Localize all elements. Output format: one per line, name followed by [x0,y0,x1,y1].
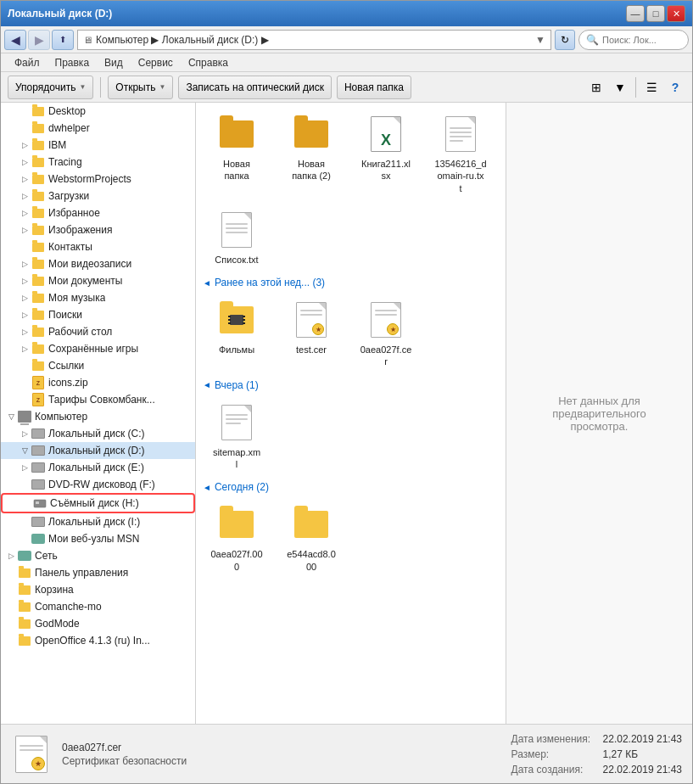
file-item-0aea027f[interactable]: 0aea027f.000 [203,500,271,577]
address-dropdown[interactable]: ▼ [535,34,545,46]
sidebar-item-video[interactable]: ▷ Мои видеозаписи [1,255,195,272]
file-label: Новаяпапка (2) [292,158,331,182]
sidebar-item-dwhelper[interactable]: dwhelper [1,120,195,137]
sidebar-item-saved-games[interactable]: ▷ Сохранённые игры [1,340,195,357]
burn-button[interactable]: Записать на оптический диск [178,76,332,99]
file-item-sitemap[interactable]: sitemap.xml [203,398,271,475]
sidebar-item-zagruzki[interactable]: ▷ Загрузки [1,188,195,204]
organize-label: Упорядочить [15,81,75,93]
sidebar-item-kontakty[interactable]: Контакты [1,238,195,255]
sidebar-item-links[interactable]: Ссылки [1,357,195,374]
sidebar-item-drive-i[interactable]: Локальный диск (I:) [1,513,195,530]
file-item-novaya-papka[interactable]: Новаяпапка [203,109,271,199]
expand-icon [4,634,18,647]
expand-icon: ▷ [18,308,31,322]
address-input[interactable]: 🖥 Компьютер ▶ Локальный диск (D:) ▶ ▼ [77,30,551,50]
sidebar-item-drive-dvd[interactable]: DVD-RW дисковод (F:) [1,476,195,493]
section-header-yesterday[interactable]: Вчера (1) [203,379,499,391]
folder-icon [31,206,45,220]
file-label: 0aea027f.000 [210,548,262,573]
sidebar-label: Tracing [48,156,82,168]
section-header-label: Сегодня (2) [215,481,269,493]
view-dropdown-button[interactable]: ▼ [610,77,630,98]
file-item-novaya-papka2[interactable]: Новаяпапка (2) [277,109,345,199]
sidebar-item-drive-c[interactable]: ▷ Локальный диск (C:) [1,425,195,442]
close-button[interactable]: ✕ [667,5,685,22]
sidebar-label: Desktop [48,105,86,117]
organize-button[interactable]: Упорядочить ▼ [8,76,93,99]
file-item-e544acd8[interactable]: e544acd8.000 [277,500,345,577]
sidebar-item-drive-d[interactable]: ▽ Локальный диск (D:) [1,442,195,459]
sidebar-item-control-panel[interactable]: Панель управления [1,564,195,581]
refresh-button[interactable]: ↻ [555,30,575,50]
sidebar-item-docs[interactable]: ▷ Мои документы [1,272,195,289]
expand-icon [18,515,31,529]
section-header-earlier-week[interactable]: Ранее на этой нед... (3) [203,277,499,288]
section-header-today[interactable]: Сегодня (2) [203,481,499,493]
status-filename: 0aea027f.cer [62,742,187,753]
search-input[interactable] [602,35,674,45]
menu-help[interactable]: Справка [182,55,235,70]
expand-icon [18,359,31,372]
toolbar: Упорядочить ▼ Открыть ▼ Записать на опти… [1,72,692,103]
toolbar-separator-1 [100,77,101,98]
sidebar-item-godmode[interactable]: GodMode [1,615,195,632]
svg-rect-5 [228,322,231,324]
minimize-button[interactable]: — [626,5,645,22]
sidebar-item-music[interactable]: ▷ Моя музыка [1,289,195,306]
menu-edit[interactable]: Правка [48,55,97,70]
sidebar-item-ibm[interactable]: ▷ IBM [1,137,195,154]
view-icons-button[interactable]: ⊞ [586,77,606,98]
sidebar-item-search[interactable]: ▷ Поиски [1,306,195,323]
sidebar-item-tarify[interactable]: Z Тарифы Совкомбанк... [1,391,195,408]
file-item-test-cer[interactable]: ★ test.cer [277,295,345,372]
file-item-domain-txt[interactable]: 13546216_domain-ru.txt [427,109,495,199]
sidebar-item-iconszip[interactable]: Z icons.zip [1,374,195,391]
file-label: Список.txt [215,254,258,266]
status-modified-value: 22.02.2019 21:43 [603,733,682,745]
maximize-button[interactable]: □ [646,5,665,22]
file-item-filmy[interactable]: Фильмы [203,295,271,372]
sidebar-item-drive-h[interactable]: Съёмный диск (H:) [1,493,195,513]
search-box[interactable]: 🔍 [578,30,689,50]
sidebar-item-izbrannoe[interactable]: ▷ Избранное [1,204,195,221]
txt-icon [440,114,481,154]
sidebar-item-network[interactable]: ▷ Сеть [1,547,195,564]
sidebar-item-desktop[interactable]: Desktop [1,103,195,120]
sidebar-item-webstorm[interactable]: ▷ WebstormProjects [1,171,195,188]
sidebar-label: Поиски [48,309,82,321]
sidebar-item-openoffice[interactable]: OpenOffice 4.1.3 (ru) In... [1,632,195,649]
sidebar-item-korzina[interactable]: Корзина [1,581,195,598]
menu-file[interactable]: Файл [8,55,47,70]
sidebar-label: Локальный диск (I:) [48,516,140,528]
sidebar-item-izobrajeniya[interactable]: ▷ Изображения [1,221,195,238]
sidebar-label: icons.zip [48,377,88,389]
view-list-button[interactable]: ☰ [641,77,662,98]
sidebar-item-tracing[interactable]: ▷ Tracing [1,154,195,171]
sidebar-item-computer[interactable]: ▽ Компьютер [1,408,195,425]
sidebar-item-desktop2[interactable]: ▷ Рабочий стол [1,323,195,340]
sidebar-item-comanche[interactable]: Comanche-mo [1,598,195,615]
file-item-cert-0aea[interactable]: ★ 0aea027f.cer [352,295,420,372]
folder-icon [31,104,45,118]
expand-icon [18,121,31,135]
explorer-window: Локальный диск (D:) — □ ✕ ◀ ▶ ⬆ 🖥 Компью… [0,0,693,784]
open-button[interactable]: Открыть ▼ [108,76,173,99]
sidebar-label: Ссылки [48,360,84,372]
organize-dropdown-icon: ▼ [79,83,86,91]
file-list: Новаяпапка Новаяпапка (2) Книга211.xlsx [196,103,506,724]
sidebar-item-msn[interactable]: Мои веб-узлы MSN [1,530,195,547]
sidebar-item-drive-e[interactable]: ▷ Локальный диск (E:) [1,459,195,476]
status-size-label: Размер: [511,748,596,760]
folder-icon [18,566,31,580]
sidebar-label: Мои документы [48,275,122,287]
menu-tools[interactable]: Сервис [131,55,180,70]
menu-view[interactable]: Вид [98,55,130,70]
help-button[interactable]: ? [665,77,685,98]
forward-button[interactable]: ▶ [28,30,50,50]
back-button[interactable]: ◀ [4,30,26,50]
up-button[interactable]: ⬆ [52,30,74,50]
file-item-kniga[interactable]: Книга211.xlsx [352,109,420,199]
new-folder-button[interactable]: Новая папка [337,76,411,99]
file-item-spisok[interactable]: Список.txt [203,205,271,270]
